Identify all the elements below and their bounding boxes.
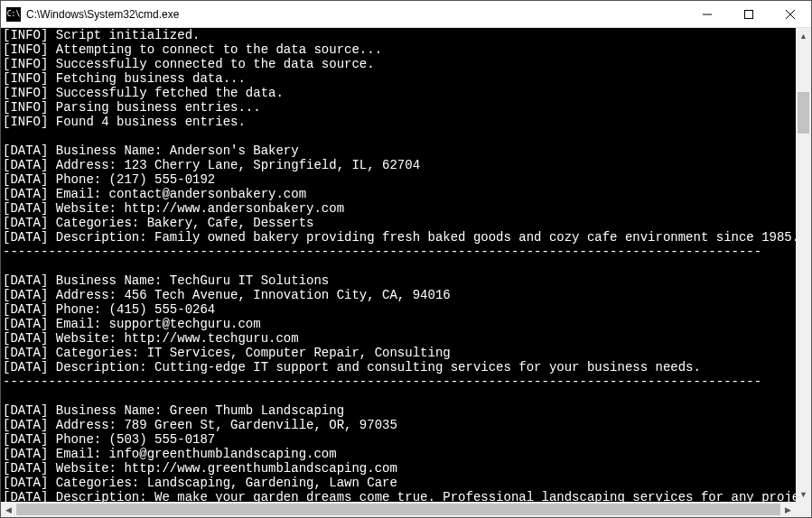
scroll-down-arrow-icon[interactable]: ▼ <box>796 486 811 502</box>
minimize-icon <box>703 10 712 19</box>
maximize-button[interactable] <box>728 1 770 28</box>
horizontal-scrollbar[interactable]: ◀ ▶ <box>1 502 811 517</box>
svg-rect-1 <box>745 10 753 18</box>
scroll-right-arrow-icon[interactable]: ▶ <box>780 502 796 517</box>
vertical-scroll-track[interactable] <box>796 43 811 486</box>
vertical-scrollbar[interactable]: ▲ ▼ <box>796 28 811 502</box>
vertical-scroll-thumb[interactable] <box>798 92 809 134</box>
window-titlebar[interactable]: C:\ C:\Windows\System32\cmd.exe <box>1 1 811 28</box>
window-title: C:\Windows\System32\cmd.exe <box>26 8 179 21</box>
scroll-left-arrow-icon[interactable]: ◀ <box>1 502 16 517</box>
maximize-icon <box>744 10 753 19</box>
close-button[interactable] <box>770 1 811 28</box>
minimize-button[interactable] <box>686 1 728 28</box>
close-icon <box>786 10 795 19</box>
terminal-output[interactable]: [INFO] Script initialized. [INFO] Attemp… <box>1 28 796 502</box>
horizontal-scroll-track[interactable] <box>16 502 780 517</box>
cmd-icon: C:\ <box>6 7 21 22</box>
scroll-up-arrow-icon[interactable]: ▲ <box>796 28 811 43</box>
horizontal-scroll-thumb[interactable] <box>16 504 780 515</box>
scrollbar-corner <box>796 502 811 517</box>
